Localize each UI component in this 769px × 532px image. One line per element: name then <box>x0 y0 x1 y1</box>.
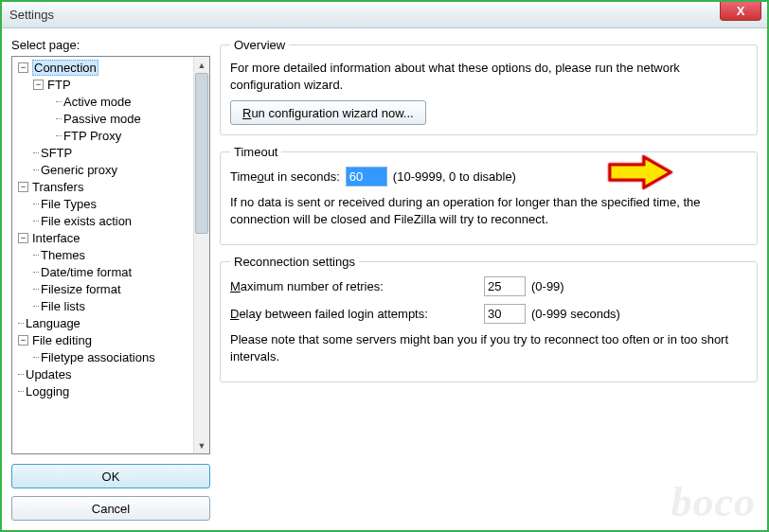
scroll-down-icon[interactable]: ▼ <box>194 437 209 453</box>
max-retries-range: (0-99) <box>531 279 564 293</box>
tree-item-datetime[interactable]: Date/time format <box>12 263 209 280</box>
delay-range: (0-999 seconds) <box>531 307 620 321</box>
collapse-icon[interactable]: − <box>18 335 28 346</box>
tree-item-generic-proxy[interactable]: Generic proxy <box>12 161 209 178</box>
tree-item-sftp[interactable]: SFTP <box>12 144 209 161</box>
tree-item-logging[interactable]: Logging <box>12 382 209 399</box>
timeout-desc: If no data is sent or received during an… <box>230 194 747 227</box>
tree-item-transfers[interactable]: −Transfers <box>12 178 209 195</box>
tree-item-updates[interactable]: Updates <box>12 365 209 382</box>
collapse-icon[interactable]: − <box>33 80 44 90</box>
delay-label: Delay between failed login attempts: <box>230 307 478 321</box>
overview-legend: Overview <box>230 38 289 52</box>
tree-item-ftp-proxy[interactable]: FTP Proxy <box>12 127 209 144</box>
select-page-label: Select page: <box>11 38 210 52</box>
collapse-icon[interactable]: − <box>18 233 28 243</box>
tree-item-passive-mode[interactable]: Passive mode <box>12 110 209 127</box>
tree-item-filesize[interactable]: Filesize format <box>12 280 209 297</box>
timeout-range: (10-9999, 0 to disable) <box>393 169 516 184</box>
reconnect-note: Please note that some servers might ban … <box>230 331 747 364</box>
titlebar[interactable]: Settings X <box>2 2 767 28</box>
max-retries-input[interactable] <box>484 276 526 296</box>
tree-item-filetype-assoc[interactable]: Filetype associations <box>12 348 209 365</box>
tree-item-ftp[interactable]: −FTP <box>12 76 209 93</box>
window-title: Settings <box>9 8 54 22</box>
collapse-icon[interactable]: − <box>18 62 28 73</box>
max-retries-label: Maximum number of retries: <box>230 279 478 293</box>
delay-input[interactable] <box>484 304 526 324</box>
reconnect-group: Reconnection settings Maximum number of … <box>220 255 758 382</box>
timeout-legend: Timeout <box>230 145 281 159</box>
timeout-input[interactable] <box>346 167 387 186</box>
timeout-group: Timeout Timeout in seconds: (10-9999, 0 … <box>220 145 758 245</box>
run-wizard-button[interactable]: Run configuration wizard now... <box>230 100 426 125</box>
tree-item-themes[interactable]: Themes <box>12 246 209 263</box>
ok-button[interactable]: OK <box>11 464 210 488</box>
tree-item-file-types[interactable]: File Types <box>12 195 209 212</box>
tree-item-language[interactable]: Language <box>12 314 209 331</box>
tree-item-file-editing[interactable]: −File editing <box>12 331 209 348</box>
tree-item-connection[interactable]: −Connection <box>12 59 209 76</box>
tree-scrollbar[interactable]: ▲ ▼ <box>193 57 209 453</box>
watermark: boco <box>671 478 756 526</box>
overview-desc: For more detailed information about what… <box>230 60 747 93</box>
collapse-icon[interactable]: − <box>18 182 28 192</box>
reconnect-legend: Reconnection settings <box>230 255 359 269</box>
tree-view[interactable]: −Connection −FTP Active mode Passive mod… <box>11 56 210 454</box>
tree-item-interface[interactable]: −Interface <box>12 229 209 246</box>
tree-item-file-exists[interactable]: File exists action <box>12 212 209 229</box>
close-icon: X <box>737 4 745 18</box>
tree-item-active-mode[interactable]: Active mode <box>12 93 209 110</box>
scroll-thumb[interactable] <box>195 73 208 234</box>
close-button[interactable]: X <box>720 2 761 21</box>
overview-group: Overview For more detailed information a… <box>220 38 758 135</box>
cancel-button[interactable]: Cancel <box>11 496 210 521</box>
timeout-label: Timeout in seconds: <box>230 169 340 184</box>
tree-item-filelists[interactable]: File lists <box>12 297 209 314</box>
scroll-up-icon[interactable]: ▲ <box>194 57 209 73</box>
